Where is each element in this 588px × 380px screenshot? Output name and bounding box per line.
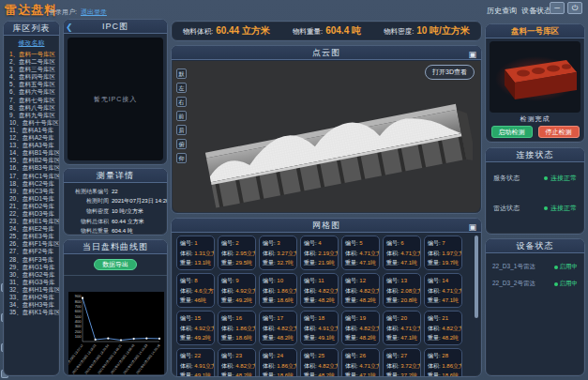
sidebar-item-storage-area[interactable]: 5、盘料五号库区 [9, 81, 59, 88]
grid-cell-id: 编号: 4 [304, 238, 335, 249]
point-cloud-canvas[interactable]: 默左右前后俯仰 打开3D查看 [173, 61, 480, 212]
sidebar-item-storage-area[interactable]: 26、盘料F1号库区 [9, 240, 59, 248]
grid-cell-id-label: 编号: [180, 315, 194, 321]
view-button-仰[interactable]: 仰 [176, 153, 187, 163]
grid-cell: 编号: 28体积: 1.86立方米重量: 18.6吨 [424, 348, 462, 376]
sidebar-item-storage-area[interactable]: 21、盘料D2号库 [9, 203, 59, 210]
sidebar-item-storage-area[interactable]: 17、盘料C1号库区 [9, 173, 59, 180]
grid-cell-id-value: 6 [400, 240, 403, 246]
expand-icon[interactable]: ▣ [468, 48, 476, 62]
grid-title: 网格图 [312, 220, 340, 230]
sidebar-item-storage-area[interactable]: 33、盘料H2号库 [9, 294, 59, 301]
sidebar-item-storage-area[interactable]: 25、盘料E3号库 [9, 233, 59, 240]
grid-cell-vol-label: 体积: [345, 326, 359, 331]
grid-cell-vol-label: 体积: [428, 288, 442, 294]
sidebar-item-storage-area[interactable]: 30、盘料G2号库 [9, 271, 59, 279]
grid-cell-id-label: 编号: [263, 240, 277, 246]
grid-cell: 编号: 18体积: 4.91立方米重量: 49.1吨 [300, 311, 339, 345]
sidebar-item-storage-area[interactable]: 20、盘料D1号库 [9, 195, 59, 203]
sidebar-item-storage-area[interactable]: 16、盘料B3号库区 [9, 164, 59, 172]
grid-cell-wt-label: 重量: [263, 335, 277, 341]
grid-cell-vol-value: 1.86立方米 [442, 363, 462, 369]
sidebar-item-storage-area[interactable]: 1、盘料一号库区 [9, 51, 59, 58]
sidebar-item-storage-area[interactable]: 11、盘料A1号库 [9, 127, 59, 134]
sidebar-item-storage-area[interactable]: 19、盘料C3号库 [9, 188, 59, 195]
sidebar-item-storage-area[interactable]: 24、盘料E2号库 [9, 225, 59, 233]
sidebar-item-storage-area[interactable]: 6、盘料六号库区 [9, 88, 59, 96]
sidebar-item-storage-area[interactable]: 35、盘料K1号库区 [9, 309, 59, 316]
nav-device-status[interactable]: 设备状态 [521, 6, 551, 16]
sidebar-item-storage-area[interactable]: 31、盘料G3号库 [9, 279, 59, 286]
sidebar-item-storage-area[interactable]: 4、盘料四号库区 [9, 73, 59, 81]
point-cloud-render [191, 67, 473, 214]
sidebar-item-storage-area[interactable]: 22、盘料D3号库 [9, 210, 59, 218]
grid-cell: 编号: 3体积: 3.27立方米重量: 32.7吨 [259, 236, 297, 270]
sidebar-item-storage-area[interactable]: 34、盘料H3号库 [9, 301, 59, 309]
svg-text:2021年07月23日 13:29:54: 2021年07月23日 13:29:54 [84, 343, 110, 374]
grid-cell-id-value: 10 [277, 278, 283, 283]
grid-cell-id-value: 4 [318, 240, 321, 246]
sidebar-item-storage-area[interactable]: 27、盘料F2号库 [9, 248, 59, 255]
grid-cell-id-label: 编号: [221, 278, 235, 283]
measurement-value: 10 吨/立方米 [112, 207, 143, 216]
sidebar-item-storage-area[interactable]: 10、盘料十号库区 [9, 119, 59, 127]
svg-text:400: 400 [75, 319, 82, 324]
view-button-右[interactable]: 右 [176, 97, 187, 107]
sidebar-item-storage-area[interactable]: 7、盘料七号库区 [9, 97, 59, 104]
view-button-默[interactable]: 默 [176, 68, 187, 79]
grid-cell-id: 编号: 27 [386, 351, 417, 361]
ipc-empty-view: 暂无IPC接入 [68, 38, 163, 160]
sidebar-item-storage-area[interactable]: 18、盘料C2号库 [9, 180, 59, 188]
stat-group: 物料体积:60.44 立方米 [183, 24, 270, 38]
grid-cell: 编号: 22体积: 4.91立方米重量: 49.1吨 [176, 348, 215, 376]
sidebar-item-storage-area[interactable]: 14、盘料B1号库区 [9, 149, 59, 157]
open-3d-view-button[interactable]: 打开3D查看 [425, 65, 475, 80]
grid-cell-vol-value: 3.27立方米 [277, 251, 297, 256]
grid-cell-wt: 重量: 47.1吨 [428, 296, 459, 306]
sidebar-item-storage-area[interactable]: 15、盘料B2号库区 [9, 157, 59, 164]
grid-cell-wt-value: 32.7吨 [277, 260, 294, 266]
view-button-左[interactable]: 左 [176, 83, 187, 93]
stop-detect-button[interactable]: 停止检测 [538, 126, 580, 138]
sidebar-item-storage-area[interactable]: 23、盘料E1号库区 [9, 218, 59, 225]
sidebar-item-storage-area[interactable]: 3、盘料三号库区 [9, 66, 59, 73]
rename-link[interactable]: 修改名称 [4, 38, 59, 48]
grid-cell-wt: 重量: 48.2吨 [263, 333, 294, 343]
connection-status-text: 连接正常 [550, 204, 577, 213]
view-button-俯[interactable]: 俯 [176, 139, 187, 149]
start-detect-button[interactable]: 启动检测 [491, 126, 533, 138]
sidebar-item-storage-area[interactable]: 32、盘料H1号库区 [9, 286, 59, 294]
sidebar-item-storage-area[interactable]: 13、盘料A3号库 [9, 142, 59, 149]
grid-cell-id: 编号: 12 [345, 276, 376, 286]
sidebar-item-storage-area[interactable]: 2、盘料二号库区 [9, 58, 59, 66]
grid-scrollbar[interactable] [475, 236, 478, 372]
detect-buttons: 启动检测 停止检测 [486, 126, 584, 138]
measurement-row: 物料总重量604.4 吨 [66, 226, 163, 236]
sidebar-item-storage-area[interactable]: 8、盘料八号库区 [9, 104, 59, 112]
grid-scrollbar-thumb[interactable] [475, 236, 478, 318]
nav-history-query[interactable]: 历史查询 [487, 6, 517, 16]
view-button-后[interactable]: 后 [176, 125, 187, 135]
data-export-button[interactable]: 数据导出 [94, 259, 137, 270]
power-close-button[interactable]: ⏻ [567, 2, 582, 14]
sidebar-item-storage-area[interactable]: 29、盘料G1号库 [9, 264, 59, 271]
grid-cell-vol: 体积: 2.19立方米 [304, 249, 335, 259]
grid-cell-vol-label: 体积: [221, 288, 235, 294]
grid-cell-wt: 重量: 18.6吨 [221, 333, 252, 343]
expand-icon[interactable]: ▣ [468, 220, 476, 235]
grid-cell-wt: 重量: 48.2吨 [221, 371, 252, 376]
sidebar-item-storage-area[interactable]: 12、盘料A2号库 [9, 134, 59, 142]
sidebar-item-storage-area[interactable]: 9、盘料九号库区 [9, 112, 59, 119]
grid-cell-vol: 体积: 4.82立方米 [428, 324, 459, 334]
grid-cell-vol-value: 4.71立方米 [359, 251, 380, 256]
logout-link[interactable]: 退出登录 [81, 8, 107, 15]
grid-cell-id-label: 编号: [386, 315, 400, 321]
sidebar-item-storage-area[interactable]: 28、盘料F3号库 [9, 256, 59, 264]
minimize-button[interactable]: ─ [550, 2, 565, 14]
grid-cell-id: 编号: 19 [345, 313, 376, 324]
collapse-sidebar-icon[interactable]: ❮ [66, 23, 73, 32]
grid-cell-id-value: 13 [400, 278, 407, 283]
svg-text:700: 700 [75, 304, 82, 309]
view-button-前[interactable]: 前 [176, 111, 187, 121]
grid-cell-wt-value: 18.6吨 [277, 297, 294, 303]
